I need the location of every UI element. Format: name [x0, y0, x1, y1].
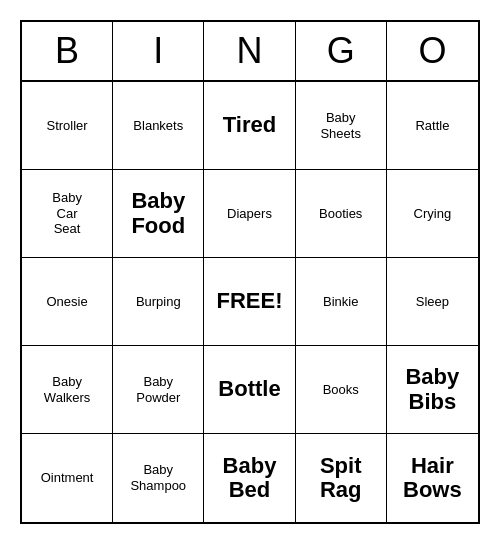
bingo-cell: BabySheets [296, 82, 387, 170]
bingo-cell: BabyPowder [113, 346, 204, 434]
cell-text: BabyFood [131, 189, 185, 237]
header-letter: N [204, 22, 295, 80]
header-letter: B [22, 22, 113, 80]
bingo-cell: Bottle [204, 346, 295, 434]
cell-text: Diapers [227, 206, 272, 222]
cell-text: BabyWalkers [44, 374, 90, 405]
bingo-cell: Binkie [296, 258, 387, 346]
bingo-cell: SpitRag [296, 434, 387, 522]
cell-text: Bottle [218, 377, 280, 401]
cell-text: Ointment [41, 470, 94, 486]
header-letter: O [387, 22, 478, 80]
bingo-cell: BabyBed [204, 434, 295, 522]
cell-text: Burping [136, 294, 181, 310]
cell-text: Booties [319, 206, 362, 222]
bingo-grid: StrollerBlanketsTiredBabySheetsRattleBab… [22, 82, 478, 522]
bingo-cell: Rattle [387, 82, 478, 170]
header-letter: I [113, 22, 204, 80]
bingo-cell: BabyBibs [387, 346, 478, 434]
cell-text: Tired [223, 113, 276, 137]
bingo-cell: Sleep [387, 258, 478, 346]
cell-text: SpitRag [320, 454, 362, 502]
cell-text: BabyCarSeat [52, 190, 82, 237]
cell-text: BabyPowder [136, 374, 180, 405]
bingo-cell: BabyFood [113, 170, 204, 258]
bingo-cell: Ointment [22, 434, 113, 522]
cell-text: Stroller [47, 118, 88, 134]
bingo-cell: Stroller [22, 82, 113, 170]
cell-text: BabyBed [223, 454, 277, 502]
cell-text: BabyShampoo [130, 462, 186, 493]
cell-text: BabySheets [320, 110, 360, 141]
bingo-cell: Booties [296, 170, 387, 258]
bingo-cell: FREE! [204, 258, 295, 346]
bingo-cell: Blankets [113, 82, 204, 170]
bingo-card: BINGO StrollerBlanketsTiredBabySheetsRat… [20, 20, 480, 524]
cell-text: Sleep [416, 294, 449, 310]
cell-text: Rattle [415, 118, 449, 134]
cell-text: Crying [414, 206, 452, 222]
bingo-cell: BabyShampoo [113, 434, 204, 522]
cell-text: FREE! [216, 289, 282, 313]
cell-text: HairBows [403, 454, 462, 502]
bingo-cell: Onesie [22, 258, 113, 346]
cell-text: Onesie [46, 294, 87, 310]
bingo-cell: Diapers [204, 170, 295, 258]
bingo-cell: BabyWalkers [22, 346, 113, 434]
header-letter: G [296, 22, 387, 80]
bingo-cell: Books [296, 346, 387, 434]
cell-text: Books [323, 382, 359, 398]
cell-text: BabyBibs [405, 365, 459, 413]
bingo-header: BINGO [22, 22, 478, 82]
bingo-cell: Burping [113, 258, 204, 346]
bingo-cell: HairBows [387, 434, 478, 522]
cell-text: Binkie [323, 294, 358, 310]
bingo-cell: BabyCarSeat [22, 170, 113, 258]
cell-text: Blankets [133, 118, 183, 134]
bingo-cell: Tired [204, 82, 295, 170]
bingo-cell: Crying [387, 170, 478, 258]
